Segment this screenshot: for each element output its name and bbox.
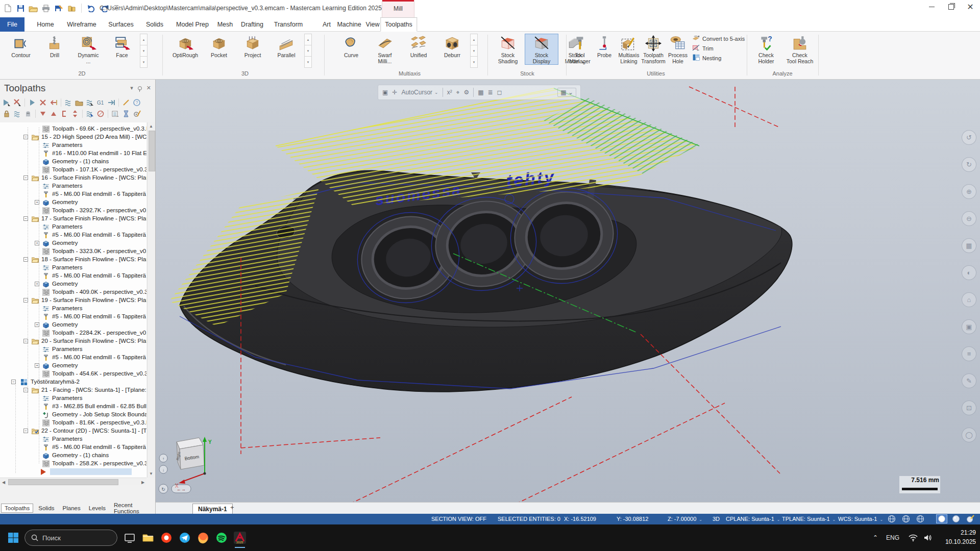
insert-position-row[interactable] xyxy=(0,468,146,476)
grid-icon[interactable]: ▦ xyxy=(478,89,483,96)
cursor-play-icon[interactable] xyxy=(2,98,11,107)
lock-icon[interactable] xyxy=(2,109,11,118)
tree-row-16-m10-00-flat-endmill-10-flat-endmill[interactable]: #16 - M10.00 Flat endmill - 10 Flat Endm… xyxy=(0,149,146,158)
shaded-sphere-icon[interactable] xyxy=(950,514,962,523)
tree-row-geometry-1-chains[interactable]: Geometry - (1) chains xyxy=(0,452,146,460)
help-circle-icon[interactable]: ? xyxy=(132,98,141,107)
save-as-icon[interactable] xyxy=(54,4,63,13)
expand-icon[interactable]: + xyxy=(35,322,39,327)
tree-row-parameters[interactable]: Parameters xyxy=(0,264,146,272)
tree-row-toolpath-409-0k-perspective-v0-3-nc-prog[interactable]: Toolpath - 409.0K - perspective_v0.3.NC … xyxy=(0,288,146,296)
status-tplane[interactable]: TPLANE: Suunta-1⌄ xyxy=(782,516,836,522)
tree-row-19-surface-finish-flowline-wcs-plane-tpl[interactable]: −19 - Surface Finish Flowline - [WCS: Pl… xyxy=(0,296,146,305)
pin-icon[interactable] xyxy=(138,86,142,90)
tool-manager-button[interactable]: Tool Manager xyxy=(568,34,592,65)
tab-file[interactable]: File xyxy=(0,17,24,32)
gallery-scroll-buttons[interactable]: ▴▾▾ xyxy=(140,34,148,67)
tree-row-5-m6-00-flat-endmill-6-tappiterä[interactable]: #5 - M6.00 Flat endmill - 6 Tappiterä xyxy=(0,231,146,239)
tree-row-toolpath-2284-2k-perspective-v0-3-nc-pro[interactable]: Toolpath - 2284.2K - perspective_v0.3.NC… xyxy=(0,329,146,337)
tree-row-parameters[interactable]: Parameters xyxy=(0,141,146,149)
box-icon[interactable]: ◻ xyxy=(497,89,502,96)
view-tab[interactable]: Näkymä-1 xyxy=(192,504,233,514)
status-cplane[interactable]: CPLANE: Suunta-1⌄ xyxy=(726,516,780,522)
wire-globe-icon[interactable] xyxy=(886,514,897,523)
firefox-taskbar-icon[interactable] xyxy=(195,530,211,546)
panel-tab-recent-functions[interactable]: Recent Functions xyxy=(111,501,156,515)
cursor-x-icon[interactable] xyxy=(13,98,22,107)
expand-icon[interactable]: + xyxy=(35,282,39,286)
parallel-button[interactable]: Parallel xyxy=(270,34,303,67)
crosshair-icon[interactable]: ✛ xyxy=(392,89,397,96)
tab-art[interactable]: Art xyxy=(323,17,331,32)
trim-button[interactable]: Trim xyxy=(692,43,745,53)
tree-row-geometry[interactable]: +Geometry xyxy=(0,239,146,247)
gridpoint-icon[interactable]: ▣ xyxy=(382,89,388,96)
unified-button[interactable]: Unified xyxy=(402,34,435,67)
tray-language[interactable]: ENG xyxy=(886,524,899,551)
shaded-sphere-icon[interactable] xyxy=(936,514,947,523)
list-gear-icon[interactable]: ⌄ xyxy=(111,109,120,118)
g1-icon[interactable]: G1 xyxy=(96,98,105,107)
tree-horizontal-scrollbar[interactable]: ◀ ▶ xyxy=(0,478,146,485)
tree-row-parameters[interactable]: Parameters xyxy=(0,182,146,190)
tree-row-17-surface-finish-flowline-wcs-plane-tpl[interactable]: −17 - Surface Finish Flowline - [WCS: Pl… xyxy=(0,215,146,223)
face-button[interactable]: Face xyxy=(105,34,139,67)
wire-globe-icon[interactable] xyxy=(915,514,926,523)
tray-chevron[interactable]: ⌃ xyxy=(873,524,878,551)
tree-row-parameters[interactable]: Parameters xyxy=(0,435,146,443)
wire-globe-icon[interactable] xyxy=(900,514,912,523)
probe-button[interactable]: Probe xyxy=(592,34,617,65)
tree-row-parameters[interactable]: Parameters xyxy=(0,345,146,354)
grid-view-icon[interactable]: ▦ xyxy=(962,238,976,253)
stock-shading-button[interactable]: Stock Shading xyxy=(491,34,525,65)
dynamic-button[interactable]: Dynamic ... xyxy=(71,34,105,67)
tree-row-toolpath-3323-0k-perspective-v0-3-nc-pro[interactable]: Toolpath - 3323.0K - perspective_v0.3.NC… xyxy=(0,247,146,256)
home-view-icon[interactable]: ⌂ xyxy=(962,292,976,307)
tree-row-5-m6-00-flat-endmill-6-tappiterä[interactable]: #5 - M6.00 Flat endmill - 6 Tappiterä xyxy=(0,272,146,280)
gear-slash-icon[interactable] xyxy=(132,109,141,118)
restore-button[interactable] xyxy=(941,0,961,13)
gear-icon[interactable]: ⚙ xyxy=(463,89,469,96)
shade-toggle-icon[interactable]: ◐ xyxy=(962,265,976,280)
xyz-icon[interactable]: x² xyxy=(447,89,452,96)
drill-button[interactable]: Drill xyxy=(38,34,71,67)
play-icon[interactable] xyxy=(28,98,37,107)
updown-icon[interactable] xyxy=(70,109,80,118)
curve-button[interactable]: Curve xyxy=(334,34,368,67)
arrow-bar-icon[interactable] xyxy=(107,98,116,107)
slash-icon[interactable] xyxy=(121,98,131,107)
insert-arrow-icon[interactable] xyxy=(49,98,58,107)
tab-drafting[interactable]: Drafting xyxy=(241,17,263,32)
expand-icon[interactable]: + xyxy=(35,241,39,245)
multiaxis-linking-button[interactable]: Multiaxis Linking xyxy=(617,34,641,65)
collapse-icon[interactable]: − xyxy=(23,429,28,433)
project-button[interactable]: Project xyxy=(236,34,270,67)
collapse-icon[interactable]: − xyxy=(23,257,28,262)
swarf-milli-button[interactable]: Swarf Milli... xyxy=(368,34,402,67)
print-icon[interactable] xyxy=(41,4,51,13)
tree-row-parameters[interactable]: Parameters xyxy=(0,305,146,313)
tab-solids[interactable]: Solids xyxy=(146,17,163,32)
mastercam-taskbar-icon[interactable]: 2025 xyxy=(232,530,248,546)
check-holder-button[interactable]: ?Check Holder xyxy=(749,34,783,65)
contour-button[interactable]: Contour xyxy=(4,34,38,67)
collapse-icon[interactable]: − xyxy=(11,380,16,384)
collapse-icon[interactable]: − xyxy=(23,135,28,139)
ghost-icon[interactable] xyxy=(23,109,33,118)
orbit-icon[interactable]: ◯ xyxy=(962,428,976,442)
wifi-icon[interactable] xyxy=(909,524,918,551)
save-icon[interactable] xyxy=(16,4,25,13)
target-icon[interactable]: ⌖ xyxy=(456,89,460,96)
tab-model-prep[interactable]: Model Prep xyxy=(176,17,209,32)
tree-row-15-2d-high-speed-2d-area-mill-wcs-plane-[interactable]: −15 - 2D High Speed (2D Area Mill) - [WC… xyxy=(0,133,146,141)
tree-row-5-m6-00-flat-endmill-6-tappiterä[interactable]: #5 - M6.00 Flat endmill - 6 Tappiterä xyxy=(0,443,146,452)
tree-row-geometry[interactable]: +Geometry xyxy=(0,362,146,370)
arrow-down-icon[interactable] xyxy=(38,109,47,118)
status-wcs[interactable]: WCS: Suunta-1⌄ xyxy=(838,516,883,522)
panel-tab-toolpaths[interactable]: Toolpaths xyxy=(1,504,33,513)
collapse-icon[interactable]: − xyxy=(23,388,28,392)
yandex-browser-taskbar-icon[interactable] xyxy=(158,530,175,546)
start-button[interactable] xyxy=(6,531,20,545)
pocket-button[interactable]: Pocket xyxy=(202,34,236,67)
panel-close-icon[interactable]: ✕ xyxy=(146,85,151,91)
